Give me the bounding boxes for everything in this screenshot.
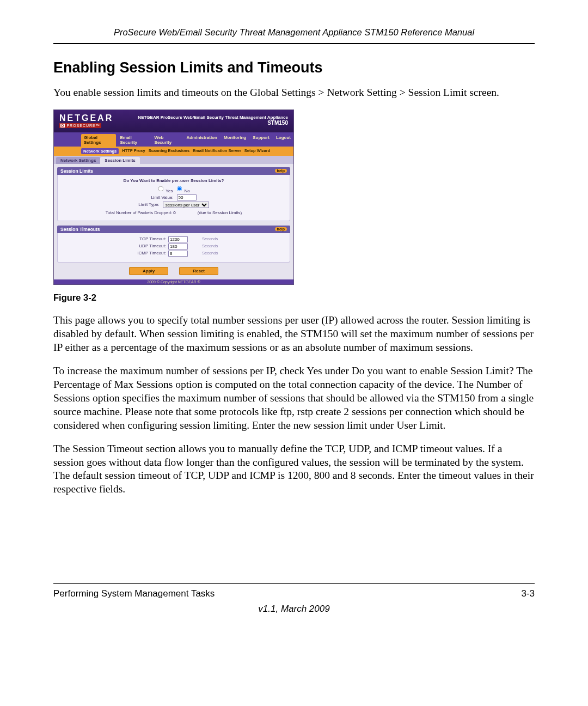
intro-paragraph: You enable session limits and timeouts o…: [53, 86, 535, 100]
icmp-unit: Seconds: [201, 251, 244, 257]
tcp-timeout-label: TCP Timeout:: [103, 236, 168, 242]
panel-session-timeouts-header: Session Timeouts help: [57, 226, 290, 233]
panel-session-timeouts-title: Session Timeouts: [60, 227, 100, 232]
figure-caption: Figure 3-2: [53, 293, 535, 303]
tab-email-security[interactable]: Email Security: [117, 134, 150, 147]
footer-left: Performing System Management Tasks: [53, 588, 215, 599]
app-window: NETGEAR O PROSECURE™ NETGEAR ProSecure W…: [53, 109, 294, 285]
panel-session-limits-header: Session Limits help: [57, 167, 290, 175]
pgtab-session-limits[interactable]: Session Limits: [100, 157, 139, 164]
footer-right: 3-3: [521, 588, 535, 599]
tab-administration[interactable]: Administration: [183, 134, 219, 147]
packets-dropped-label: Total Number of Packets Dropped: 0: [106, 210, 176, 215]
subtab-scanning-exclusions[interactable]: Scanning Exclusions: [149, 148, 189, 154]
reset-button[interactable]: Reset: [179, 267, 218, 275]
app-footer: 2009 © Copyright NETGEAR ®: [54, 279, 293, 284]
tab-monitoring[interactable]: Monitoring: [221, 134, 249, 147]
pgtab-network-settings[interactable]: Network Settings: [56, 157, 100, 164]
page-tabs: Network Settings Session Limits: [54, 156, 293, 164]
body-p2: To increase the maximum number of sessio…: [53, 364, 535, 433]
subtab-email-notification[interactable]: Email Notification Server: [193, 148, 241, 154]
udp-timeout-label: UDP Timeout:: [103, 244, 168, 249]
udp-timeout-input[interactable]: [168, 244, 188, 249]
icmp-timeout-input[interactable]: [168, 251, 188, 257]
sub-tabs: Network Settings HTTP Proxy Scanning Exc…: [54, 147, 293, 156]
radio-no[interactable]: [177, 186, 182, 192]
panel-session-limits-title: Session Limits: [60, 168, 93, 174]
tcp-unit: Seconds: [201, 236, 244, 242]
limit-value-input[interactable]: [177, 194, 197, 200]
limit-value-label: Limit Value:: [151, 195, 173, 200]
radio-yes[interactable]: [158, 186, 164, 192]
running-header: ProSecure Web/Email Security Threat Mana…: [53, 27, 535, 41]
tab-web-security[interactable]: Web Security: [152, 134, 183, 147]
enable-question: Do You Want to Enable per-user Session L…: [63, 178, 284, 183]
udp-unit: Seconds: [201, 244, 244, 249]
tab-support[interactable]: Support: [250, 134, 272, 147]
tcp-timeout-input[interactable]: [168, 236, 188, 242]
product-title: NETGEAR ProSecure Web/Email Security Thr…: [138, 115, 288, 126]
body-p3: The Session Timeout section allows you t…: [53, 442, 535, 497]
main-tabs: Global Settings Email Security Web Secur…: [54, 132, 293, 147]
subtab-http-proxy[interactable]: HTTP Proxy: [122, 148, 145, 154]
help-link-timeouts[interactable]: help: [275, 227, 287, 231]
tab-global-settings[interactable]: Global Settings: [81, 134, 116, 147]
footer-version: v1.1, March 2009: [53, 604, 535, 614]
radio-no-label: No: [176, 185, 189, 193]
brand-subline: O PROSECURE™: [59, 123, 101, 128]
header-rule: [53, 43, 535, 44]
apply-button[interactable]: Apply: [129, 267, 168, 275]
subtab-network-settings[interactable]: Network Settings: [81, 148, 119, 154]
body-p1: This page allows you to specify total nu…: [53, 314, 535, 355]
subtab-setup-wizard[interactable]: Setup Wizard: [244, 148, 270, 154]
panel-session-limits-body: Do You Want to Enable per-user Session L…: [57, 175, 290, 221]
limit-type-label: Limit Type:: [138, 202, 160, 207]
tab-logout[interactable]: Logout: [273, 134, 293, 147]
brand-logo: NETGEAR: [59, 113, 113, 123]
section-title: Enabling Session Limits and Timeouts: [53, 59, 535, 76]
packets-dropped-note: (due to Session Limits): [198, 210, 242, 215]
app-header: NETGEAR O PROSECURE™ NETGEAR ProSecure W…: [54, 110, 293, 132]
figure-screenshot: NETGEAR O PROSECURE™ NETGEAR ProSecure W…: [53, 109, 535, 285]
icmp-timeout-label: ICMP Timeout:: [103, 251, 168, 257]
radio-yes-label: Yes: [157, 185, 173, 193]
limit-type-select[interactable]: sessions per user: [163, 202, 209, 208]
help-link-limits[interactable]: help: [275, 169, 287, 173]
panel-session-timeouts-body: TCP Timeout: Seconds UDP Timeout: Second…: [57, 233, 290, 263]
page-footer: Performing System Management Tasks 3-3: [53, 583, 535, 599]
